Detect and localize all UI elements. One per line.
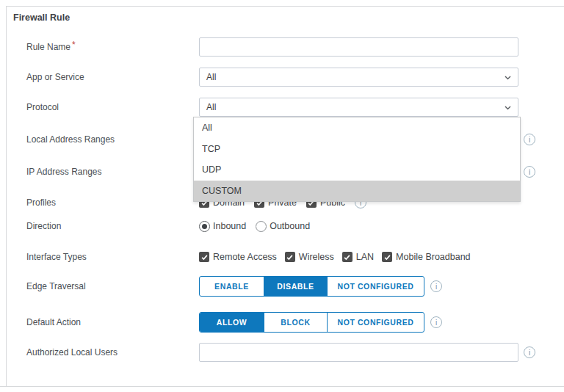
info-icon[interactable]: i bbox=[524, 134, 535, 145]
protocol-dropdown: All TCP UDP CUSTOM bbox=[193, 117, 521, 202]
profiles-label: Profiles bbox=[26, 196, 56, 209]
checkbox-checked-icon bbox=[342, 252, 352, 262]
interface-checkbox-lan[interactable]: LAN bbox=[342, 252, 374, 262]
radio-selected-icon bbox=[199, 221, 210, 232]
info-icon[interactable]: i bbox=[430, 280, 442, 292]
edge-traversal-button-group: ENABLE DISABLE NOT CONFIGURED bbox=[199, 276, 424, 297]
edge-traversal-enable-button[interactable]: ENABLE bbox=[200, 277, 264, 296]
default-action-allow-button[interactable]: ALLOW bbox=[200, 313, 264, 332]
info-icon[interactable]: i bbox=[430, 316, 442, 328]
info-icon[interactable]: i bbox=[524, 166, 535, 178]
chevron-down-icon bbox=[505, 76, 511, 80]
radio-unselected-icon bbox=[256, 221, 267, 232]
interface-checkbox-remote-access[interactable]: Remote Access bbox=[199, 252, 277, 262]
direction-radio-inbound[interactable]: Inbound bbox=[199, 221, 246, 232]
panel-title: Firewall Rule bbox=[13, 12, 70, 23]
direction-group: Inbound Outbound bbox=[199, 220, 310, 232]
rule-name-label: Rule Name* bbox=[26, 37, 76, 57]
interface-types-group: Remote Access Wireless LAN Mobile Broadb… bbox=[199, 251, 471, 263]
authorized-local-users-input[interactable] bbox=[199, 343, 518, 362]
authorized-local-users-label: Authorized Local Users bbox=[26, 343, 118, 362]
protocol-select[interactable]: All bbox=[199, 98, 518, 117]
protocol-option-tcp[interactable]: TCP bbox=[194, 139, 520, 160]
default-action-label: Default Action bbox=[26, 312, 81, 333]
interface-types-label: Interface Types bbox=[26, 251, 87, 263]
app-or-service-label: App or Service bbox=[26, 68, 84, 87]
checkbox-checked-icon bbox=[285, 252, 295, 262]
default-action-block-button[interactable]: BLOCK bbox=[264, 313, 327, 332]
default-action-not-configured-button[interactable]: NOT CONFIGURED bbox=[327, 313, 424, 332]
required-asterisk: * bbox=[72, 40, 76, 50]
default-action-button-group: ALLOW BLOCK NOT CONFIGURED bbox=[199, 312, 424, 333]
protocol-option-all[interactable]: All bbox=[194, 117, 520, 139]
protocol-label: Protocol bbox=[26, 98, 59, 117]
default-action-group: ALLOW BLOCK NOT CONFIGURED i bbox=[199, 312, 442, 333]
interface-checkbox-wireless[interactable]: Wireless bbox=[285, 252, 334, 262]
interface-checkbox-mobile-broadband[interactable]: Mobile Broadband bbox=[382, 252, 470, 262]
chevron-down-icon bbox=[505, 106, 511, 110]
direction-label: Direction bbox=[26, 220, 61, 232]
firewall-rule-panel: Firewall Rule Rule Name* App or Service … bbox=[6, 6, 564, 386]
info-icon[interactable]: i bbox=[524, 346, 535, 358]
protocol-option-custom[interactable]: CUSTOM bbox=[194, 181, 520, 202]
edge-traversal-disable-button[interactable]: DISABLE bbox=[264, 277, 327, 296]
checkbox-checked-icon bbox=[382, 252, 392, 262]
edge-traversal-label: Edge Traversal bbox=[26, 276, 86, 297]
edge-traversal-group: ENABLE DISABLE NOT CONFIGURED i bbox=[199, 276, 442, 297]
checkbox-checked-icon bbox=[199, 252, 209, 262]
ip-address-ranges-label: IP Address Ranges bbox=[26, 162, 102, 181]
direction-radio-outbound[interactable]: Outbound bbox=[256, 221, 310, 232]
app-or-service-select[interactable]: All bbox=[199, 68, 518, 87]
protocol-selected-value: All bbox=[206, 102, 216, 112]
app-or-service-selected-value: All bbox=[206, 72, 216, 82]
edge-traversal-not-configured-button[interactable]: NOT CONFIGURED bbox=[327, 277, 424, 296]
protocol-option-udp[interactable]: UDP bbox=[194, 159, 520, 181]
bottom-divider bbox=[0, 386, 564, 387]
rule-name-input[interactable] bbox=[199, 37, 518, 57]
local-address-ranges-label: Local Address Ranges bbox=[26, 130, 115, 149]
